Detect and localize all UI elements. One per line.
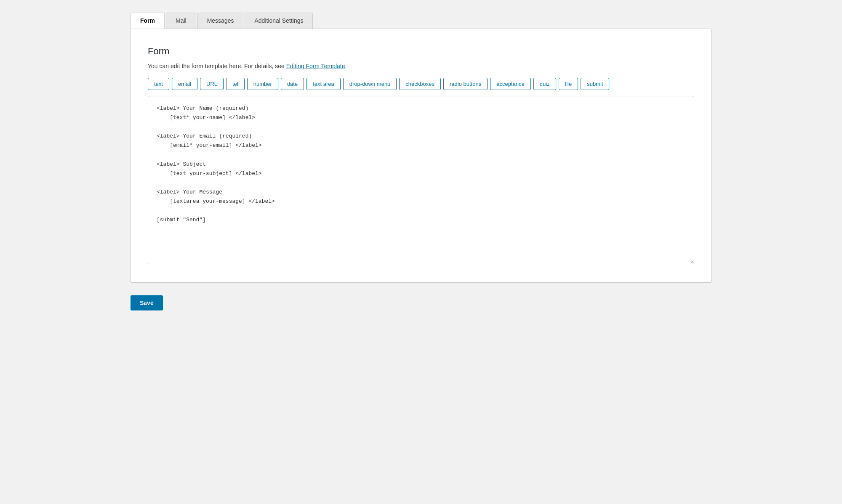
panel-title: Form — [148, 46, 694, 57]
panel-description-post: . — [345, 63, 346, 69]
form-panel: Form You can edit the form template here… — [131, 29, 711, 283]
tag-btn-tel[interactable]: tel — [226, 78, 245, 90]
tag-btn-drop-down-menu[interactable]: drop-down menu — [343, 78, 397, 90]
panel-description-pre: You can edit the form template here. For… — [148, 63, 286, 69]
tab-messages[interactable]: Messages — [197, 13, 244, 29]
tag-btn-radio-buttons[interactable]: radio buttons — [443, 78, 488, 90]
tag-btn-acceptance[interactable]: acceptance — [490, 78, 531, 90]
tab-additional-settings[interactable]: Additional Settings — [245, 13, 313, 29]
tag-btn-text[interactable]: text — [148, 78, 169, 90]
tag-btn-number[interactable]: number — [247, 78, 278, 90]
tag-btn-email[interactable]: email — [172, 78, 197, 90]
tag-btn-file[interactable]: file — [559, 78, 578, 90]
panel-description: You can edit the form template here. For… — [148, 63, 694, 69]
tag-btn-text-area[interactable]: text area — [306, 78, 341, 90]
form-code-textarea[interactable] — [148, 96, 694, 264]
tag-btn-checkboxes[interactable]: checkboxes — [399, 78, 441, 90]
save-button[interactable]: Save — [131, 295, 163, 310]
tag-buttons-row: textemailURLtelnumberdatetext areadrop-d… — [148, 78, 694, 90]
tab-mail[interactable]: Mail — [166, 13, 196, 29]
tabs-nav: FormMailMessagesAdditional Settings — [131, 13, 711, 29]
tag-btn-submit[interactable]: submit — [581, 78, 609, 90]
tag-btn-quiz[interactable]: quiz — [533, 78, 556, 90]
editing-form-template-link[interactable]: Editing Form Template — [286, 63, 345, 69]
tag-btn-date[interactable]: date — [281, 78, 304, 90]
tab-form[interactable]: Form — [131, 13, 165, 29]
tag-btn-url[interactable]: URL — [200, 78, 224, 90]
main-container: FormMailMessagesAdditional Settings Form… — [131, 13, 711, 310]
